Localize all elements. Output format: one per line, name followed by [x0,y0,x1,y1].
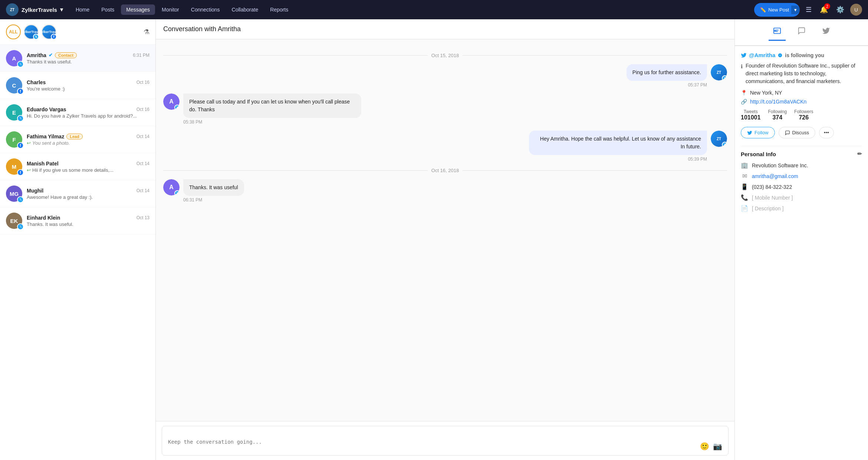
nav-right: ✏️ New Post ▾ ☰ 🔔 2 ⚙️ U [754,3,862,17]
chat-title: Conversation with Amritha [163,25,241,33]
nav-collaborate[interactable]: Collaborate [227,4,264,15]
chat-input[interactable] [168,439,700,451]
twitter-badge: 𝕏 [33,34,39,40]
lead-badge: Lead [66,134,83,139]
conv-time: Oct 16 [137,80,149,85]
incoming-avatar: A 𝕏 [163,179,180,196]
menu-icon-button[interactable]: ☰ [803,3,814,16]
conversation-list: A 𝕏 Amritha ✔ Contact 6:31 PM Thanks it … [0,45,155,460]
new-post-dropdown-icon[interactable]: ▾ [791,6,800,14]
message-bubble: Ping us for further assistance. [627,64,707,81]
filter-icon[interactable]: ⚗ [144,28,149,36]
message-row: ZT 𝕏 Hey Amritha. Hope the call was help… [163,131,727,162]
conv-preview: Hi. Do you have a Zylker Travels app for… [27,113,149,119]
conversation-item-charles[interactable]: C f Charles Oct 16 You're welcome :) [0,72,155,99]
conversation-item-einhard[interactable]: EK 𝕏 Einhard Klein Oct 13 Thanks. It was… [0,207,155,234]
nav-connections[interactable]: Connections [186,4,225,15]
conv-name-text: Manish Patel [27,161,59,167]
nav-home[interactable]: Home [70,4,95,15]
verified-icon: ✔ [49,52,53,58]
chat-input-box[interactable]: 🙂 📷 [162,426,729,456]
incoming-avatar: A 𝕏 [163,93,180,110]
profile-panel: @Amritha is following you ℹ Founder of R… [734,19,868,460]
outgoing-avatar: ZT 𝕏 [711,131,727,147]
tab-messages[interactable] [793,24,810,41]
profile-content: @Amritha is following you ℹ Founder of R… [735,46,868,221]
description-icon: 📄 [741,205,748,212]
contact-badge: Contact [55,52,77,58]
conv-name-text: Amritha [27,52,46,58]
conv-name-text: Charles [27,79,46,85]
tab-twitter[interactable] [818,24,835,41]
conv-time: Oct 14 [137,161,149,166]
profile-link[interactable]: http://t.co/1Gm8aVACKn [750,99,806,105]
svg-point-3 [774,30,776,32]
tweets-stat: Tweets 101001 [741,109,760,121]
conv-time: Oct 14 [137,134,149,139]
fb-badge: f [17,169,24,176]
main-container: ALL ZylkerTravel 𝕏 ZylkerTravel f ⚗ [0,19,868,460]
edit-icon[interactable]: ✏ [857,151,862,157]
more-options-button[interactable]: ••• [819,127,834,138]
tab-contact-card[interactable] [769,24,786,41]
outgoing-avatar: ZT 𝕏 [711,64,727,80]
notifications-button[interactable]: 🔔 2 [818,3,830,16]
message-time: 05:38 PM [183,119,361,125]
personal-info-header: Personal Info ✏ [741,151,862,157]
conversations-panel: ALL ZylkerTravel 𝕏 ZylkerTravel f ⚗ [0,19,156,460]
tab-account-facebook[interactable]: ZylkerTravel f [42,24,56,39]
reply-arrow-icon: ↩ [27,140,31,146]
conversation-item-amritha[interactable]: A 𝕏 Amritha ✔ Contact 6:31 PM Thanks it … [0,45,155,72]
brand-logo: ZT [6,3,19,16]
nav-messages[interactable]: Messages [121,4,155,15]
reply-arrow-icon: ↩ [27,167,31,173]
topnav: ZT ZylkerTravels ▾ Home Posts Messages M… [0,0,868,19]
brand-name: ZylkerTravels [22,7,57,13]
tw-badge: 𝕏 [17,115,24,122]
chat-panel: Conversation with Amritha Oct 15, 2018 Z… [156,19,734,460]
follow-button[interactable]: Follow [741,127,775,138]
emoji-icon[interactable]: 🙂 [700,442,709,451]
location-row: 📍 New York, NY [741,90,862,96]
conv-preview: Awesome! Have a great day :). [27,194,149,200]
nav-reports[interactable]: Reports [265,4,293,15]
location-icon: 📍 [741,90,747,96]
settings-button[interactable]: ⚙️ [834,3,846,16]
email-icon: ✉ [741,172,748,180]
conversation-item-eduardo[interactable]: E 𝕏 Eduardo Vargas Oct 16 Hi. Do you hav… [0,99,155,126]
new-post-button[interactable]: ✏️ New Post ▾ [754,3,800,17]
conv-preview: Thanks. It was useful. [27,221,149,227]
notification-badge: 2 [824,3,830,9]
nav-posts[interactable]: Posts [96,4,119,15]
conv-name-text: Mughil [27,188,43,194]
profile-tabs [735,19,868,46]
tab-all[interactable]: ALL [6,24,21,39]
image-icon[interactable]: 📷 [713,442,722,451]
info-email: ✉ amritha@gmail.com [741,172,862,180]
conv-time: Oct 16 [137,107,149,112]
tab-account-twitter[interactable]: ZylkerTravel 𝕏 [24,24,39,39]
brand-dropdown-icon: ▾ [60,6,63,13]
user-avatar[interactable]: U [850,4,862,16]
brand[interactable]: ZT ZylkerTravels ▾ [6,3,63,16]
conv-name-text: Fathima Yilmaz [27,134,64,139]
message-bubble: Please call us today and If you can let … [183,93,361,118]
following-stat: Following 374 [768,109,787,121]
conversation-item-mughil[interactable]: MG 𝕏 Mughil Oct 14 Awesome! Have a great… [0,180,155,207]
discuss-button[interactable]: Discuss [779,127,816,138]
tw-badge: 𝕏 [17,223,24,230]
divider [741,146,862,146]
conversation-item-fathima[interactable]: F f Fathima Yilmaz Lead Oct 14 ↩ You sen… [0,126,155,153]
conversation-item-manish[interactable]: M f Manish Patel Oct 14 ↩ Hii if you giv… [0,153,155,180]
conv-preview: ↩ Hii if you give us some more details,.… [27,167,149,173]
pencil-icon: ✏️ [760,7,766,13]
conv-time: Oct 13 [137,215,149,220]
conv-name-text: Eduardo Vargas [27,106,66,112]
fb-badge: f [17,88,24,95]
info-icon: ℹ [741,63,743,85]
nav-monitor[interactable]: Monitor [157,4,184,15]
date-divider-1: Oct 15, 2018 [163,53,727,58]
mobile-icon: 📞 [741,194,748,201]
conv-name-text: Einhard Klein [27,215,60,221]
conv-preview: ↩ You sent a photo. [27,140,149,146]
